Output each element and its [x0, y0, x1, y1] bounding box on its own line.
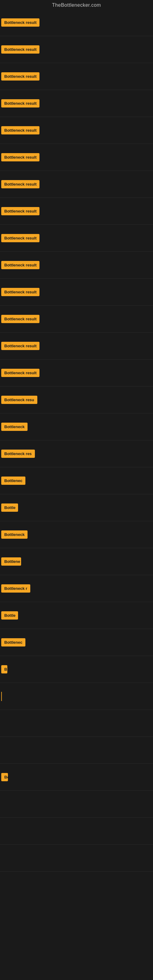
list-item: Bottle: [0, 602, 153, 629]
list-item: Bottleneck result: [0, 279, 153, 305]
bottleneck-badge[interactable]: Bottleneck result: [1, 18, 40, 27]
list-item: Bottleneck r: [0, 575, 153, 602]
list-item: B: [0, 656, 153, 683]
bottleneck-badge[interactable]: Bottlenec: [1, 638, 26, 646]
list-item: [0, 683, 153, 710]
bottleneck-line: [1, 692, 2, 701]
list-item: Bottleneck result: [0, 252, 153, 279]
bottleneck-badge[interactable]: Bottleneck result: [1, 72, 40, 81]
list-item: [0, 818, 153, 845]
bottleneck-badge[interactable]: Bottleneck result: [1, 369, 40, 377]
bottleneck-badge[interactable]: Bottleneck result: [1, 234, 40, 242]
list-item: Bottleneck result: [0, 171, 153, 198]
bottleneck-badge[interactable]: Bottle: [1, 503, 18, 512]
bottleneck-badge[interactable]: Bottleneck result: [1, 153, 40, 161]
list-item: Bottleneck result: [0, 332, 153, 360]
page-wrapper: TheBottlenecker.com Bottleneck resultBot…: [0, 0, 153, 872]
bottleneck-badge[interactable]: Bottleneck: [1, 530, 27, 539]
list-item: Bottleneck result: [0, 117, 153, 144]
bottleneck-badge[interactable]: Bottleneck result: [1, 99, 40, 108]
bottleneck-badge[interactable]: Bottleneck result: [1, 180, 40, 188]
list-item: Bottleneck result: [0, 305, 153, 332]
bottleneck-badge[interactable]: Bottleneck result: [1, 342, 40, 350]
list-item: Bottleneck result: [0, 225, 153, 252]
list-item: Bottlenec: [0, 629, 153, 656]
list-item: [0, 791, 153, 818]
bottleneck-badge[interactable]: Bottleneck result: [1, 315, 40, 323]
list-item: Bottleneck: [0, 521, 153, 548]
list-item: [0, 737, 153, 764]
list-item: Bottlene: [0, 548, 153, 575]
list-item: Bottlenec: [0, 467, 153, 494]
bottleneck-badge[interactable]: Bottleneck r: [1, 584, 30, 593]
list-item: [0, 845, 153, 872]
list-item: Bottleneck res: [0, 441, 153, 467]
bottleneck-badge[interactable]: Bottleneck result: [1, 288, 40, 296]
bottleneck-badge[interactable]: Bottle: [1, 611, 18, 620]
list-item: Bottleneck: [0, 414, 153, 441]
list-item: Bottleneck result: [0, 9, 153, 36]
bottleneck-badge[interactable]: Bottleneck result: [1, 261, 40, 269]
list-item: Bottleneck result: [0, 144, 153, 171]
list-item: [0, 710, 153, 737]
list-item: Bottleneck result: [0, 90, 153, 117]
list-item: Bottleneck result: [0, 198, 153, 225]
bottleneck-badge[interactable]: Bottlene: [1, 557, 21, 566]
list-item: Bottle: [0, 494, 153, 521]
list-item: Bottleneck result: [0, 63, 153, 90]
bottleneck-badge[interactable]: Bottleneck res: [1, 450, 35, 458]
list-item: Bottleneck result: [0, 360, 153, 387]
rows-container: Bottleneck resultBottleneck resultBottle…: [0, 9, 153, 872]
bottleneck-badge[interactable]: Bottleneck result: [1, 126, 40, 134]
bottleneck-badge[interactable]: B: [1, 665, 7, 673]
bottleneck-badge[interactable]: Bo: [1, 773, 8, 781]
list-item: Bottleneck result: [0, 36, 153, 63]
bottleneck-badge[interactable]: Bottleneck resu: [1, 396, 37, 404]
bottleneck-badge[interactable]: Bottlenec: [1, 477, 26, 485]
list-item: Bo: [0, 764, 153, 791]
bottleneck-badge[interactable]: Bottleneck result: [1, 45, 40, 54]
list-item: Bottleneck resu: [0, 387, 153, 414]
site-title: TheBottlenecker.com: [0, 0, 153, 9]
bottleneck-badge[interactable]: Bottleneck result: [1, 207, 40, 215]
bottleneck-badge[interactable]: Bottleneck: [1, 423, 27, 431]
